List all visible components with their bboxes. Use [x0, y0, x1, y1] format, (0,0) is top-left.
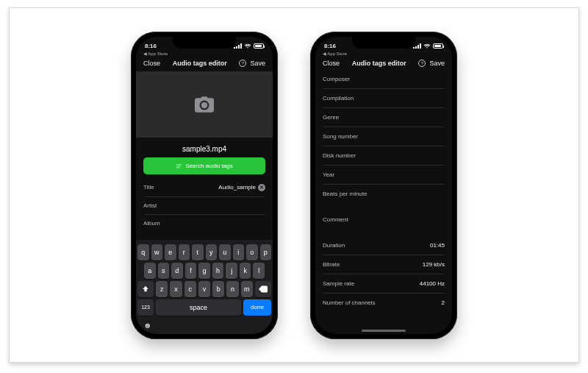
key-v[interactable]: v: [198, 281, 210, 297]
search-tags-icon: [176, 163, 182, 169]
field-label: Sample rate: [323, 280, 354, 287]
status-time: 8:16: [324, 43, 336, 49]
key-l[interactable]: l: [253, 263, 265, 279]
key-q[interactable]: q: [137, 244, 149, 260]
key-h[interactable]: h: [212, 263, 224, 279]
field-label: Title: [143, 184, 154, 191]
nav-right: ? Save: [239, 60, 265, 67]
key-i[interactable]: i: [233, 244, 245, 260]
save-button[interactable]: Save: [429, 60, 445, 67]
field-compilation[interactable]: Compilation: [323, 89, 445, 108]
field-label: Duration: [323, 242, 345, 249]
field-label: Disk number: [323, 152, 356, 159]
battery-icon: [433, 43, 443, 49]
key-k[interactable]: k: [240, 263, 251, 279]
key-g[interactable]: g: [198, 263, 210, 279]
artwork-placeholder[interactable]: [136, 71, 273, 138]
key-s[interactable]: s: [158, 263, 170, 279]
status-time: 8:16: [145, 43, 157, 49]
field-label: Song number: [323, 133, 358, 140]
shift-icon: [142, 285, 149, 293]
back-to-appstore[interactable]: ◀ App Store: [315, 51, 452, 57]
numbers-key[interactable]: 123: [137, 299, 154, 316]
close-button[interactable]: Close: [323, 60, 340, 67]
field-label: Genre: [323, 114, 339, 121]
wifi-icon: [423, 43, 431, 49]
field-label: Bitrate: [323, 261, 340, 268]
phone-left: 8:16 ◀ App Store Close Audio tags editor…: [131, 32, 278, 339]
key-x[interactable]: x: [170, 281, 182, 297]
key-a[interactable]: a: [144, 263, 156, 279]
backspace-key[interactable]: [255, 281, 271, 297]
field-disk-number[interactable]: Disk number: [323, 146, 445, 166]
field-song-number[interactable]: Song number: [323, 127, 445, 146]
key-r[interactable]: r: [179, 244, 190, 260]
key-t[interactable]: t: [192, 244, 204, 260]
info-sample-rate: Sample rate44100 Hz: [323, 274, 445, 294]
key-y[interactable]: y: [206, 244, 218, 260]
field-label: Comment: [323, 216, 348, 223]
info-duration: Duration01:45: [323, 236, 445, 255]
info-number-of-channels: Number of channels2: [323, 294, 445, 312]
field-label: Year: [323, 171, 334, 178]
field-year[interactable]: Year: [323, 166, 445, 185]
field-label: Composer: [323, 76, 350, 82]
field-value: 2: [442, 299, 445, 306]
field-label: Number of channels: [323, 299, 376, 306]
key-e[interactable]: e: [165, 244, 176, 260]
key-c[interactable]: c: [184, 281, 196, 297]
page-title: Audio tags editor: [352, 60, 406, 67]
signal-icon: [234, 43, 242, 49]
help-icon[interactable]: ?: [418, 60, 426, 67]
save-button[interactable]: Save: [250, 60, 265, 67]
info-bitrate: Bitrate129 kb/s: [323, 255, 445, 274]
field-label: Beats per minute: [323, 191, 367, 197]
field-beats-per-minute[interactable]: Beats per minute: [323, 185, 445, 203]
help-icon[interactable]: ?: [239, 60, 246, 67]
field-value: 129 kb/s: [423, 261, 445, 268]
field-genre[interactable]: Genre: [323, 108, 445, 127]
field-label: Compilation: [323, 95, 354, 102]
field-label: Album: [143, 220, 160, 227]
shift-key[interactable]: [137, 281, 154, 297]
key-u[interactable]: u: [219, 244, 231, 260]
key-z[interactable]: z: [156, 281, 168, 297]
space-key[interactable]: space: [156, 299, 241, 316]
close-button[interactable]: Close: [143, 60, 160, 67]
field-comment[interactable]: Comment: [323, 210, 445, 229]
field-title[interactable]: Title Audio_sample ✕: [143, 179, 265, 197]
title-input[interactable]: Audio_sample: [218, 184, 256, 191]
key-w[interactable]: w: [151, 244, 163, 260]
nav-bar: Close Audio tags editor ? Save: [315, 57, 452, 70]
field-artist[interactable]: Artist: [143, 197, 265, 215]
filename-label: sample3.mp4: [136, 138, 273, 157]
key-b[interactable]: b: [212, 281, 224, 297]
keyboard: qwertyuiop asdfghjkl zxcvbnm 123 space: [136, 240, 273, 334]
done-key[interactable]: done: [243, 299, 271, 316]
home-indicator[interactable]: [362, 330, 406, 332]
key-d[interactable]: d: [171, 263, 183, 279]
key-n[interactable]: n: [226, 281, 238, 297]
backspace-icon: [259, 285, 268, 293]
signal-icon: [413, 43, 421, 49]
search-audio-tags-button[interactable]: Search audio tags: [143, 157, 265, 174]
field-composer[interactable]: Composer: [323, 70, 445, 89]
page-title: Audio tags editor: [173, 60, 227, 67]
key-m[interactable]: m: [241, 281, 253, 297]
wifi-icon: [244, 43, 251, 49]
field-value: 44100 Hz: [420, 280, 445, 287]
nav-bar: Close Audio tags editor ? Save: [136, 57, 273, 70]
key-o[interactable]: o: [246, 244, 258, 260]
back-to-appstore[interactable]: ◀ App Store: [136, 51, 273, 57]
key-p[interactable]: p: [260, 244, 272, 260]
phone-right: 8:16 ◀ App Store Close Audio tags editor…: [310, 32, 457, 339]
key-j[interactable]: j: [226, 263, 237, 279]
key-f[interactable]: f: [185, 263, 197, 279]
clear-text-icon[interactable]: ✕: [258, 184, 265, 191]
field-value: 01:45: [430, 242, 445, 249]
nav-right: ? Save: [418, 60, 445, 67]
emoji-key[interactable]: ☻: [137, 318, 271, 330]
field-label: Artist: [143, 202, 157, 209]
field-album[interactable]: Album: [143, 215, 265, 232]
camera-icon: [195, 96, 214, 113]
